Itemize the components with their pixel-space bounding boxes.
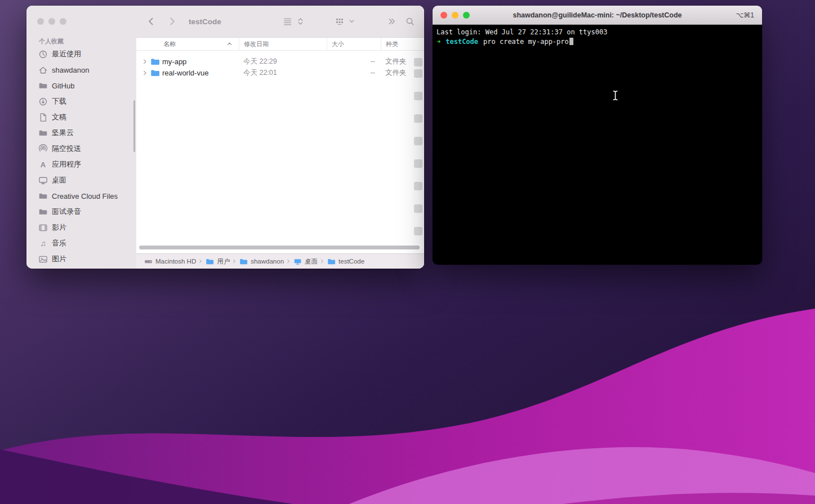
sidebar-item-label: 最近使用	[52, 49, 81, 59]
sidebar-item-movies[interactable]: 影片	[26, 220, 136, 235]
sort-chevrons-icon[interactable]	[297, 17, 304, 26]
back-chevron-icon[interactable]	[146, 17, 156, 26]
finder-main-pane: testCode 名称 修改日期 大小 种类	[136, 6, 424, 269]
list-edge-block	[414, 114, 422, 123]
forward-chevron-icon[interactable]	[167, 17, 177, 26]
sidebar-item-airdrop[interactable]: 隔空投送	[26, 141, 136, 157]
sidebar-item-label: 隔空投送	[52, 144, 81, 154]
disclosure-chevron-icon[interactable]	[143, 59, 147, 64]
ibeam-mouse-cursor	[612, 90, 619, 103]
last-login-line: Last login: Wed Jul 27 22:31:37 on ttys0…	[437, 28, 758, 37]
folder-icon	[38, 81, 48, 91]
column-header-date[interactable]: 修改日期	[239, 38, 327, 50]
typed-command: pro create my-app-pro	[483, 38, 569, 46]
terminal-content[interactable]: Last login: Wed Jul 27 22:31:37 on ttys0…	[433, 25, 762, 265]
prompt-directory: testCode	[446, 38, 478, 46]
sidebar-item-label: 应用程序	[52, 159, 81, 170]
close-button[interactable]	[37, 18, 44, 25]
document-icon	[38, 113, 48, 122]
terminal-cursor	[569, 38, 573, 45]
folder-icon	[38, 128, 48, 138]
finder-sidebar: 个人收藏 最近使用 shawdanon GitHub 下载 文稿	[26, 6, 136, 269]
list-edge-block	[414, 69, 422, 78]
chevron-right-icon	[320, 259, 324, 264]
file-name: real-world-vue	[162, 69, 208, 77]
finder-toolbar: testCode	[136, 6, 424, 38]
path-bar: Macintosh HD 用户 shawdanon 桌面	[136, 253, 424, 269]
sidebar-item-label: shawdanon	[52, 66, 90, 74]
list-edge-block	[414, 182, 422, 190]
chevron-right-icon	[199, 259, 202, 264]
sidebar-item-creative-cloud[interactable]: Creative Cloud Files	[26, 188, 136, 204]
folder-icon	[150, 57, 160, 66]
path-segment-volume[interactable]: Macintosh HD	[144, 257, 196, 266]
minimize-button[interactable]	[48, 18, 55, 25]
path-segment-current-folder[interactable]: testCode	[327, 257, 364, 266]
list-view-icon[interactable]	[283, 17, 292, 26]
path-segment-user-home[interactable]: shawdanon	[239, 257, 284, 266]
close-button[interactable]	[440, 12, 447, 19]
sidebar-item-home[interactable]: shawdanon	[26, 62, 136, 78]
sidebar-item-interview-recordings[interactable]: 面试录音	[26, 204, 136, 220]
zoom-button[interactable]	[60, 18, 66, 25]
list-edge-block	[414, 137, 422, 145]
list-edge-block	[414, 58, 422, 66]
table-row[interactable]: my-app 今天 22:29 -- 文件夹	[136, 56, 424, 67]
finder-traffic-lights	[37, 18, 66, 25]
folder-icon	[38, 191, 48, 201]
folder-icon	[205, 257, 215, 266]
sort-ascending-icon	[227, 42, 232, 46]
chevron-right-icon	[233, 259, 236, 264]
airdrop-icon	[38, 144, 48, 154]
movies-icon	[38, 223, 48, 233]
sidebar-item-label: Creative Cloud Files	[52, 192, 118, 200]
sidebar-item-github[interactable]: GitHub	[26, 78, 136, 93]
sidebar-item-recents[interactable]: 最近使用	[26, 46, 136, 62]
applications-icon: A	[38, 160, 48, 170]
path-segment-users[interactable]: 用户	[205, 257, 230, 266]
column-header-size[interactable]: 大小	[327, 38, 381, 50]
sidebar-item-downloads[interactable]: 下载	[26, 93, 136, 109]
desktop-icon	[293, 257, 302, 266]
file-size: --	[327, 56, 381, 67]
minimize-button[interactable]	[452, 12, 458, 19]
prompt-arrow: ➜	[437, 38, 440, 46]
folder-icon	[327, 257, 336, 266]
music-icon: ♫	[38, 239, 48, 248]
sidebar-item-music[interactable]: ♫ 音乐	[26, 235, 136, 251]
sidebar-item-label: 音乐	[52, 238, 66, 248]
table-row[interactable]: real-world-vue 今天 22:01 -- 文件夹	[136, 67, 424, 78]
path-segment-desktop[interactable]: 桌面	[293, 257, 318, 266]
download-icon	[38, 97, 48, 106]
list-edge-block	[414, 204, 422, 213]
search-icon[interactable]	[406, 17, 415, 26]
column-header-kind[interactable]: 种类	[381, 38, 424, 50]
sidebar-item-pictures[interactable]: 图片	[26, 251, 136, 267]
sidebar-item-label: 影片	[52, 222, 66, 233]
sidebar-section-title: 个人收藏	[26, 37, 136, 46]
file-date: 今天 22:29	[239, 56, 327, 67]
more-chevrons-icon[interactable]	[388, 17, 396, 26]
sidebar-item-jianguoyun[interactable]: 坚果云	[26, 125, 136, 141]
terminal-titlebar[interactable]: shawdanon@guilideMac-mini: ~/Desktop/tes…	[433, 6, 762, 25]
sidebar-item-label: 面试录音	[52, 207, 81, 217]
sidebar-item-documents[interactable]: 文稿	[26, 109, 136, 125]
sidebar-item-label: 坚果云	[52, 128, 74, 138]
sidebar-item-desktop[interactable]: 桌面	[26, 172, 136, 188]
zoom-button[interactable]	[463, 12, 470, 19]
chevron-down-icon[interactable]	[349, 19, 355, 25]
terminal-window: shawdanon@guilideMac-mini: ~/Desktop/tes…	[433, 6, 762, 265]
sidebar-item-label: 图片	[52, 254, 66, 264]
drive-icon	[144, 257, 153, 266]
sidebar-scrollbar[interactable]	[133, 100, 135, 152]
sidebar-item-label: GitHub	[52, 82, 74, 90]
file-size: --	[327, 67, 381, 78]
sidebar-item-applications[interactable]: A 应用程序	[26, 157, 136, 172]
folder-icon	[38, 207, 48, 217]
list-edge-block	[414, 227, 422, 235]
prompt-line: ➜testCodepro create my-app-pro	[437, 37, 758, 47]
group-icon[interactable]	[335, 17, 344, 26]
horizontal-scrollbar[interactable]	[139, 246, 420, 249]
column-header-name[interactable]: 名称	[136, 38, 239, 50]
disclosure-chevron-icon[interactable]	[143, 70, 147, 75]
